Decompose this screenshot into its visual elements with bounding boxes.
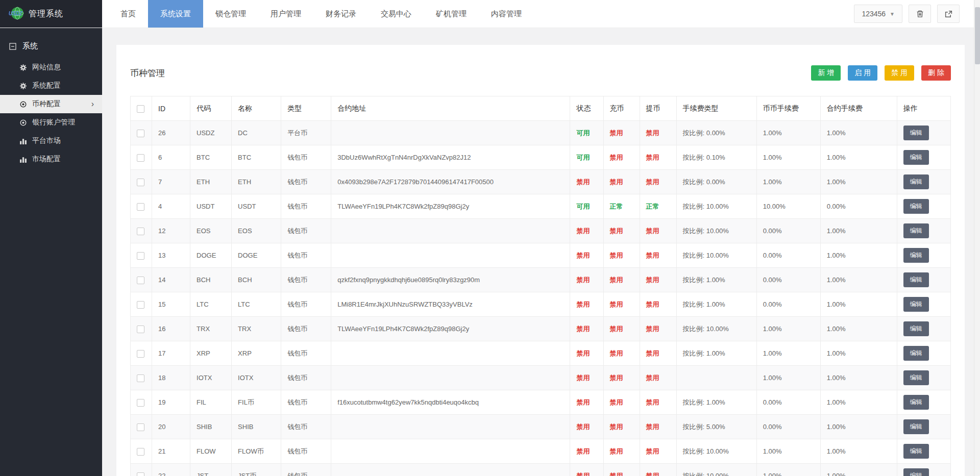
cell-actions: 编辑 xyxy=(897,366,950,390)
row-checkbox[interactable] xyxy=(137,423,144,431)
edit-button[interactable]: 编辑 xyxy=(903,223,929,238)
row-checkbox[interactable] xyxy=(137,325,144,333)
edit-button[interactable]: 编辑 xyxy=(903,150,929,165)
nav-item-4[interactable]: 用户管理 xyxy=(258,0,313,28)
column-header: 手续费类型 xyxy=(676,96,756,121)
action-button[interactable]: 启 用 xyxy=(848,65,877,81)
sidebar-item[interactable]: 币种配置› xyxy=(0,95,102,113)
nav-item-8[interactable]: 内容管理 xyxy=(479,0,534,28)
nav-item-1[interactable]: 首页 xyxy=(108,0,148,28)
cell-coin-fee: 0.00% xyxy=(756,292,820,317)
row-checkbox[interactable] xyxy=(137,350,144,358)
edit-button[interactable]: 编辑 xyxy=(903,346,929,361)
checkbox-cell xyxy=(131,464,152,476)
row-checkbox[interactable] xyxy=(137,472,144,476)
cell-fee-type: 按比例: 10.00% xyxy=(676,219,756,243)
row-checkbox[interactable] xyxy=(137,374,144,382)
sidebar-item[interactable]: 平台市场 xyxy=(0,132,102,150)
withdraw-badge: 禁用 xyxy=(646,374,659,382)
cell-name: IOTX xyxy=(232,366,281,390)
cell-status: 禁用 xyxy=(570,219,603,243)
row-checkbox[interactable] xyxy=(137,252,144,260)
cell-contract-fee: 1.00% xyxy=(820,170,897,194)
row-checkbox[interactable] xyxy=(137,301,144,309)
cell-fee-type: 按比例: 1.00% xyxy=(676,341,756,366)
withdraw-badge: 禁用 xyxy=(646,276,659,284)
cell-code: EOS xyxy=(190,219,232,243)
deposit-badge: 禁用 xyxy=(610,325,623,333)
cell-status: 禁用 xyxy=(570,317,603,341)
nav-item-2[interactable]: 系统设置 xyxy=(148,0,203,28)
select-all-checkbox[interactable] xyxy=(137,105,144,113)
sidebar-item[interactable]: 市场配置 xyxy=(0,150,102,168)
edit-button[interactable]: 编辑 xyxy=(903,395,929,410)
column-header: 状态 xyxy=(570,96,603,121)
scrollbar-thumb[interactable] xyxy=(975,7,980,64)
sidebar-item-label: 银行账户管理 xyxy=(32,118,75,127)
status-badge: 禁用 xyxy=(576,276,590,284)
cell-code: SHIB xyxy=(190,415,232,439)
cell-contract-address xyxy=(331,219,570,243)
edit-button[interactable]: 编辑 xyxy=(903,444,929,459)
cell-withdraw: 禁用 xyxy=(640,390,676,415)
edit-button[interactable]: 编辑 xyxy=(903,199,929,214)
deposit-badge: 禁用 xyxy=(610,154,623,161)
action-button[interactable]: 删 除 xyxy=(921,65,951,81)
edit-button[interactable]: 编辑 xyxy=(903,174,929,189)
row-checkbox[interactable] xyxy=(137,179,144,186)
cell-contract-fee: 1.00% xyxy=(820,341,897,366)
edit-button[interactable]: 编辑 xyxy=(903,248,929,263)
status-badge: 禁用 xyxy=(576,325,590,333)
row-checkbox[interactable] xyxy=(137,203,144,211)
edit-button[interactable]: 编辑 xyxy=(903,419,929,434)
edit-button[interactable]: 编辑 xyxy=(903,272,929,287)
cell-status: 禁用 xyxy=(570,268,603,292)
edit-button[interactable]: 编辑 xyxy=(903,297,929,312)
cell-contract-fee: 1.00% xyxy=(820,366,897,390)
vertical-scrollbar[interactable] xyxy=(974,0,980,476)
cell-deposit: 禁用 xyxy=(603,464,640,476)
cell-deposit: 禁用 xyxy=(603,390,640,415)
nav-item-3[interactable]: 锁仓管理 xyxy=(203,0,258,28)
cell-code: DOGE xyxy=(190,243,232,268)
sidebar-item[interactable]: 银行账户管理 xyxy=(0,113,102,132)
nav-item-7[interactable]: 矿机管理 xyxy=(424,0,479,28)
cell-name: FIL币 xyxy=(232,390,281,415)
cell-status: 禁用 xyxy=(570,464,603,476)
edit-button[interactable]: 编辑 xyxy=(903,321,929,336)
row-checkbox[interactable] xyxy=(137,154,144,162)
row-checkbox[interactable] xyxy=(137,399,144,407)
sidebar-section-system[interactable]: 系统 xyxy=(0,28,102,58)
cell-type: 钱包币 xyxy=(281,219,331,243)
row-checkbox[interactable] xyxy=(137,448,144,456)
clear-cache-button[interactable] xyxy=(909,5,931,23)
cell-contract-address: TLWAeeYFn19LPh4K7C8Wk2fpZ89q98Gj2y xyxy=(331,194,570,219)
row-checkbox[interactable] xyxy=(137,228,144,235)
row-checkbox[interactable] xyxy=(137,130,144,137)
column-header: 类型 xyxy=(281,96,331,121)
nav-item-5[interactable]: 财务记录 xyxy=(313,0,369,28)
sidebar-item[interactable]: 网站信息 xyxy=(0,58,102,77)
sidebar-item[interactable]: 系统配置 xyxy=(0,77,102,95)
edit-button[interactable]: 编辑 xyxy=(903,126,929,140)
nav-item-6[interactable]: 交易中心 xyxy=(369,0,424,28)
status-badge: 禁用 xyxy=(576,423,590,431)
edit-button[interactable]: 编辑 xyxy=(903,370,929,385)
action-button[interactable]: 新 增 xyxy=(811,65,841,81)
row-checkbox[interactable] xyxy=(137,277,144,284)
cell-actions: 编辑 xyxy=(897,439,950,464)
cell-contract-fee: 1.00% xyxy=(820,464,897,476)
cell-deposit: 禁用 xyxy=(603,439,640,464)
cell-contract-fee: 1.00% xyxy=(820,439,897,464)
cell-id: 19 xyxy=(152,390,190,415)
action-button[interactable]: 禁 用 xyxy=(885,65,914,81)
cell-coin-fee: 1.00% xyxy=(756,439,820,464)
app-title: 管理系统 xyxy=(29,9,63,19)
user-dropdown[interactable]: 123456 ▼ xyxy=(854,5,902,23)
cell-id: 17 xyxy=(152,341,190,366)
sidebar: 系统 网站信息系统配置币种配置›银行账户管理平台市场市场配置 xyxy=(0,28,102,476)
edit-button[interactable]: 编辑 xyxy=(903,468,929,476)
deposit-badge: 禁用 xyxy=(610,447,623,455)
logout-button[interactable] xyxy=(937,5,960,23)
cell-code: IOTX xyxy=(190,366,232,390)
